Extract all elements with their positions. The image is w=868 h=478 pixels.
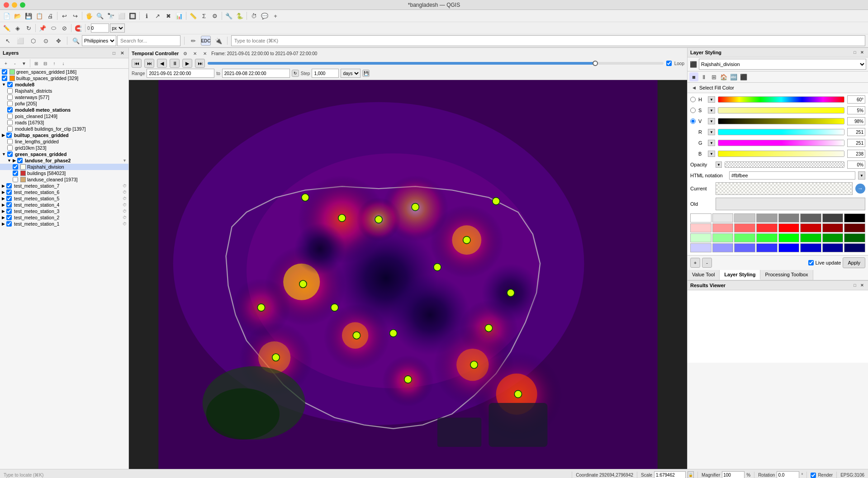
- rp-close-icon[interactable]: ✕: [859, 49, 865, 56]
- rv-close-icon[interactable]: ✕: [859, 282, 865, 289]
- scale-lock-icon[interactable]: 🔒: [688, 471, 694, 478]
- layer-checkbox[interactable]: [6, 215, 12, 220]
- swatch[interactable]: [844, 223, 865, 232]
- tab-value-tool[interactable]: Value Tool: [688, 270, 720, 280]
- select-radius-icon[interactable]: ⊙: [41, 36, 51, 46]
- move-up-icon[interactable]: ↑: [50, 59, 58, 67]
- plugin-icon[interactable]: 🔌: [213, 36, 223, 46]
- render-checkbox[interactable]: [811, 473, 816, 478]
- new-project-icon[interactable]: 📄: [2, 11, 12, 21]
- swatch[interactable]: [734, 233, 755, 242]
- r-dropdown[interactable]: ▼: [708, 129, 715, 135]
- swatch[interactable]: [778, 233, 800, 242]
- open-project-icon[interactable]: 📂: [13, 11, 23, 21]
- layer-checkbox[interactable]: [6, 202, 12, 208]
- g-value-input[interactable]: [847, 139, 865, 147]
- rp-back-icon[interactable]: ◀: [690, 84, 697, 91]
- g-slider[interactable]: [718, 140, 844, 146]
- expand-arrow[interactable]: ▶: [2, 190, 5, 194]
- move-icon[interactable]: ✥: [53, 36, 63, 46]
- layer-item[interactable]: green_spaces_gridded [186]: [0, 69, 128, 75]
- subgroup-arrow[interactable]: ▶: [13, 158, 16, 163]
- opacity-slider[interactable]: [725, 161, 844, 168]
- style-icon-4[interactable]: 🏠: [719, 72, 728, 81]
- layer-item[interactable]: landuse_cleaned [1973]: [0, 176, 128, 183]
- add-swatch-button[interactable]: +: [690, 258, 700, 268]
- v-slider[interactable]: [718, 118, 844, 124]
- expand-arrow[interactable]: ▼: [2, 82, 6, 87]
- layer-item[interactable]: grid10km [323]: [0, 145, 128, 151]
- swatch[interactable]: [690, 213, 711, 222]
- layer-checkbox[interactable]: [6, 196, 12, 201]
- layer-item[interactable]: module8 buildings_for_clip [1397]: [0, 126, 128, 132]
- h-slider[interactable]: [718, 96, 844, 103]
- swatch[interactable]: [778, 223, 800, 232]
- select-poly-icon[interactable]: ⬡: [28, 36, 38, 46]
- swatch[interactable]: [844, 213, 865, 222]
- measure-icon[interactable]: 📏: [188, 11, 198, 21]
- location-dropdown[interactable]: Philippines: [82, 35, 116, 46]
- redo-icon[interactable]: ↪: [70, 11, 80, 21]
- print-icon[interactable]: 🖨: [45, 11, 55, 21]
- rotate-icon[interactable]: ↻: [24, 23, 33, 33]
- swatch[interactable]: [756, 213, 778, 222]
- move-down-icon[interactable]: ↓: [59, 59, 67, 67]
- zoom-selection-icon[interactable]: 🔲: [128, 11, 138, 21]
- layer-checkbox[interactable]: [7, 88, 13, 94]
- deselect-icon[interactable]: ✖: [163, 11, 173, 21]
- layer-checkbox[interactable]: [7, 95, 13, 100]
- maximize-button[interactable]: [20, 2, 25, 8]
- layer-item[interactable]: Rajshahi_districts: [0, 88, 128, 94]
- tab-layer-styling[interactable]: Layer Styling: [720, 270, 760, 280]
- pan-icon[interactable]: 🖐: [84, 11, 94, 21]
- swatch[interactable]: [844, 233, 865, 242]
- close-button[interactable]: [4, 2, 9, 8]
- layer-item[interactable]: ▶ test_meteo_station_6 ⏱: [0, 189, 128, 195]
- style-icon-3[interactable]: ⊞: [709, 72, 718, 81]
- tc-export-icon[interactable]: 💾: [362, 70, 370, 77]
- swatch[interactable]: [712, 233, 734, 242]
- new-spatial-icon[interactable]: +: [270, 11, 280, 21]
- layer-item[interactable]: pois_cleaned [1249]: [0, 113, 128, 119]
- h-value-input[interactable]: [847, 95, 865, 104]
- add-layer-icon[interactable]: +: [2, 59, 10, 67]
- layer-checkbox[interactable]: [2, 69, 7, 75]
- layer-item[interactable]: ▶ test_meteo_station_4 ⏱: [0, 202, 128, 208]
- layer-item[interactable]: roads [16793]: [0, 119, 128, 126]
- tc-go-start-button[interactable]: ⏮: [132, 59, 142, 68]
- style-icon-2[interactable]: Ⅱ: [699, 72, 708, 81]
- layer-checkbox[interactable]: [13, 164, 18, 170]
- locate-input[interactable]: [231, 35, 865, 46]
- tc-step-back-button[interactable]: ◀: [157, 59, 167, 68]
- field-calc-icon[interactable]: ⚙: [210, 11, 220, 21]
- swatch[interactable]: [778, 213, 800, 222]
- map-canvas[interactable]: [129, 80, 687, 469]
- r-value-input[interactable]: [847, 128, 865, 136]
- layer-checkbox[interactable]: [17, 158, 23, 163]
- rotation-input[interactable]: [777, 471, 799, 478]
- scale-input[interactable]: [654, 471, 686, 478]
- s-radio[interactable]: [690, 108, 696, 113]
- add-feature-icon[interactable]: 📌: [38, 23, 47, 33]
- layer-checkbox[interactable]: [7, 120, 13, 125]
- statistics-icon[interactable]: Σ: [199, 11, 209, 21]
- rp-float-icon[interactable]: □: [852, 49, 858, 56]
- layer-item[interactable]: buildings [584023]: [0, 170, 128, 176]
- layer-item[interactable]: ▶ test_meteo_station_2 ⏱: [0, 214, 128, 221]
- g-dropdown[interactable]: ▼: [708, 140, 715, 146]
- select-rect-icon[interactable]: ⬜: [15, 36, 25, 46]
- s-slider[interactable]: [718, 107, 844, 114]
- swatch[interactable]: [756, 223, 778, 232]
- snapping-icon[interactable]: 🧲: [73, 23, 83, 33]
- remove-layer-icon[interactable]: -: [11, 59, 19, 67]
- node-tool-icon[interactable]: ◈: [13, 23, 23, 33]
- layer-checkbox[interactable]: [7, 139, 13, 144]
- delete-ring-icon[interactable]: ⊘: [59, 23, 69, 33]
- expand-arrow[interactable]: ▶: [2, 215, 5, 220]
- swatch[interactable]: [778, 243, 800, 252]
- save-as-icon[interactable]: 📋: [34, 11, 44, 21]
- python-icon[interactable]: 🐍: [235, 11, 245, 21]
- tc-loop-checkbox[interactable]: [666, 61, 672, 66]
- tab-processing-toolbox[interactable]: Processing Toolbox: [760, 270, 813, 280]
- layer-checkbox[interactable]: [6, 183, 12, 189]
